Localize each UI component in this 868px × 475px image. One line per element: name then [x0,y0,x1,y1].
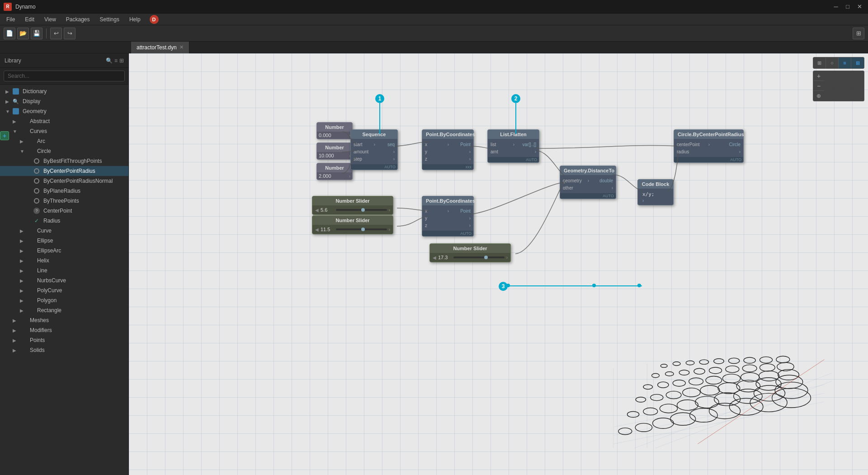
zoom-out-button[interactable]: − [813,81,824,91]
menu-settings[interactable]: Settings [95,15,124,24]
menu-edit[interactable]: Edit [20,15,39,24]
node-point-by-coords-1[interactable]: Point.ByCoordinates x›Point y› z› xxx [422,129,474,170]
tree-item-bybestfit[interactable]: ByBestFitThroughPoints [0,156,128,166]
minimize-button[interactable]: ─ [831,2,841,12]
wireframe-view-button[interactable]: ⊞ [813,57,826,68]
ellipsearc-icon [26,247,34,254]
tree-item-radius[interactable]: ✓ Radius [0,216,128,226]
tree-item-nurbscurve[interactable]: ▶ NurbsCurve [0,276,128,285]
slider-3-track[interactable] [453,256,505,258]
library-search-icon[interactable]: 🔍 [106,57,113,64]
menu-help[interactable]: Help [125,15,145,24]
node-point-by-coords-2[interactable]: Point.ByCoordinates x›Point y› z› AUTO [422,196,474,237]
tab-close-button[interactable]: ✕ [179,44,184,50]
node-pointbycoords-2-body: x›Point y› z› [422,205,473,231]
node-list-flatten[interactable]: List.Flatten list›var[]..[] amt› AUTO [487,129,539,163]
slider-2-value: 11.5 [321,227,334,232]
slider-1-left-arrow[interactable]: ◀ [315,208,319,213]
tree-item-curve[interactable]: ▶ Curve [0,226,128,236]
node-number-3[interactable]: Number 2.000 › [316,163,353,180]
tree-item-geometry[interactable]: ▼ Geometry [0,106,128,116]
tree-item-bycenterradiusnormal[interactable]: ByCenterPointRadiusNormal [0,176,128,186]
search-input[interactable] [4,71,125,81]
zoom-fit-button[interactable]: ⊕ [813,91,824,101]
menu-file[interactable]: File [2,15,19,24]
tree-label-helix: Helix [37,257,125,264]
new-file-button[interactable]: 📄 [4,28,15,39]
svg-point-60 [772,388,811,408]
slider-2-track[interactable] [336,228,387,230]
tree-item-ellipse[interactable]: ▶ Ellipse [0,236,128,246]
svg-point-23 [760,364,775,371]
tree-item-centerpoint[interactable]: ? CenterPoint [0,206,128,216]
dynamo-logo[interactable]: D [150,15,159,24]
node-slider-1[interactable]: Number Slider ◀ 5.6 › [312,196,393,215]
tree-item-modifiers[interactable]: ▶ Modifiers [0,325,128,335]
tree-item-meshes[interactable]: ▶ Meshes [0,315,128,325]
undo-button[interactable]: ↩ [50,28,62,39]
svg-point-54 [652,418,674,428]
tree-item-helix[interactable]: ▶ Helix [0,256,128,266]
node-slider-3[interactable]: Number Slider ◀ 17.3 › [429,243,511,262]
add-node-button[interactable]: + [0,131,9,140]
open-file-button[interactable]: 📂 [17,28,29,39]
library-layout-icon[interactable]: ⊞ [119,57,124,64]
menu-packages[interactable]: Packages [61,15,94,24]
save-file-button[interactable]: 💾 [31,28,42,39]
layout-left-button[interactable]: ≡ [839,57,851,68]
svg-point-56 [690,408,718,422]
library-filter-icon[interactable]: ≡ [114,57,118,64]
close-button[interactable]: ✕ [854,2,864,12]
zoom-in-button[interactable]: + [813,71,824,81]
tree-item-line[interactable]: ▶ Line [0,266,128,276]
tree-item-bythreepoints[interactable]: ByThreePoints [0,196,128,206]
tree-item-curves[interactable]: ▼ Curves [0,126,128,136]
tree-item-bycenterradius[interactable]: ByCenterPointRadius [0,166,128,176]
tree-item-solids[interactable]: ▶ Solids [0,345,128,355]
slider-2-left-arrow[interactable]: ◀ [315,227,319,232]
annotation-3-dot-mid [592,284,596,287]
node-circle-by-center[interactable]: Circle.ByCenterPointRadius centerPoint›C… [674,129,744,163]
tree-item-arc[interactable]: ▶ Arc [0,136,128,146]
slider-1-track[interactable] [336,209,387,211]
svg-line-4 [656,368,832,448]
node-geometry-distance[interactable]: Geometry.DistanceTo geometry›double othe… [560,166,616,199]
tree-item-circle[interactable]: ▼ Circle [0,146,128,156]
tree-item-abstract[interactable]: ▶ Abstract [0,116,128,126]
library-header: Library 🔍 ≡ ⊞ [0,53,128,68]
node-number-2[interactable]: Number 10.000 › [316,142,353,160]
tab-attractor-test[interactable]: attractorTest.dyn ✕ [131,42,189,53]
redo-button[interactable]: ↪ [64,28,75,39]
svg-point-51 [775,382,808,399]
tree-item-byplaneradius[interactable]: ByPlaneRadius [0,186,128,196]
node-slider-2[interactable]: Number Slider ◀ 11.5 › [312,215,393,234]
tree-item-rectangle[interactable]: ▶ Rectangle [0,305,128,315]
node-slider-1-row: ◀ 5.6 › [312,205,393,214]
canvas-area[interactable]: 1 2 Number 0.000 › Number 10.000 › Numbe… [129,53,868,475]
polygon-icon [26,297,34,304]
slider-3-left-arrow[interactable]: ◀ [433,255,436,260]
arrow-icon: ▶ [13,348,19,353]
node-number-1[interactable]: Number 0.000 › [316,122,353,139]
layout-right-button[interactable]: ⊞ [851,57,864,68]
node-sequence[interactable]: Sequence start›seq amount› step› AUTO [350,129,398,170]
tree-item-display[interactable]: ▶ 🔍 Display [0,96,128,106]
tree-item-ellipsearc[interactable]: ▶ EllipseArc [0,246,128,256]
node-sequence-header: Sequence [351,130,397,139]
node-circlebycenter-body: centerPoint›Circle radius› [674,139,743,157]
background-preview-toggle[interactable]: ⊞ [853,28,864,39]
tree-item-points[interactable]: ▶ Points [0,335,128,345]
shaded-view-button[interactable]: ○ [826,57,839,68]
tree-item-dictionary[interactable]: ▶ Dictionary [0,86,128,96]
tree-item-polygon[interactable]: ▶ Polygon [0,295,128,305]
svg-point-57 [709,403,741,419]
node-listflatten-body: list›var[]..[] amt› [488,139,539,157]
solids-icon [19,347,27,353]
maximize-button[interactable]: □ [843,2,853,12]
svg-point-31 [741,373,760,382]
svg-point-12 [728,358,739,363]
node-code-block[interactable]: Code Block x/y; › [637,179,674,205]
menu-view[interactable]: View [40,15,61,24]
tree-item-polycurve[interactable]: ▶ PolyCurve [0,285,128,295]
svg-line-3 [634,368,832,448]
